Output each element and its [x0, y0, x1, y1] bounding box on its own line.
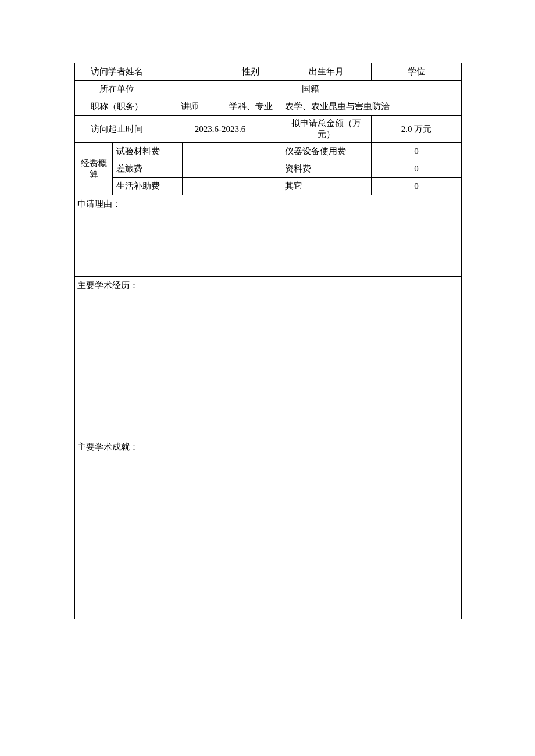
label-subject-major: 学科、专业: [220, 98, 281, 116]
label-equipment-fee: 仪器设备使用费: [281, 143, 372, 160]
row-history: 主要学术经历：: [75, 277, 462, 438]
label-document-fee: 资料费: [281, 160, 372, 178]
label-title-position: 职称（职务）: [75, 98, 159, 116]
row-6: 差旅费 资料费 0: [75, 160, 462, 178]
row-7: 生活补助费 其它 0: [75, 178, 462, 195]
value-living-subsidy: [183, 178, 281, 195]
value-visitor-name: [159, 63, 220, 81]
value-title-position: 讲师: [159, 98, 220, 116]
value-travel-fee: [183, 160, 281, 178]
row-1: 访问学者姓名 性别 出生年月 学位: [75, 63, 462, 81]
label-nationality: 国籍: [159, 81, 462, 98]
label-visit-period: 访问起止时间: [75, 116, 159, 143]
section-academic-history: 主要学术经历：: [75, 277, 462, 438]
row-4: 访问起止时间 2023.6-2023.6 拟申请总金额（万元） 2.0 万元: [75, 116, 462, 143]
row-3: 职称（职务） 讲师 学科、专业 农学、农业昆虫与害虫防治: [75, 98, 462, 116]
label-academic-history: 主要学术经历：: [77, 281, 138, 290]
row-2: 所在单位 国籍: [75, 81, 462, 98]
section-academic-achievements: 主要学术成就：: [75, 438, 462, 619]
label-academic-achievements: 主要学术成就：: [77, 442, 138, 452]
section-application-reason: 申请理由：: [75, 195, 462, 277]
value-document-fee: 0: [372, 160, 462, 178]
row-5: 经费概算 试验材料费 仪器设备使用费 0: [75, 143, 462, 160]
label-total-amount: 拟申请总金额（万元）: [281, 116, 372, 143]
value-equipment-fee: 0: [372, 143, 462, 160]
value-material-fee: [183, 143, 281, 160]
label-material-fee: 试验材料费: [113, 143, 183, 160]
label-visitor-name: 访问学者姓名: [75, 63, 159, 81]
value-subject-major: 农学、农业昆虫与害虫防治: [281, 98, 462, 116]
label-other: 其它: [281, 178, 372, 195]
label-travel-fee: 差旅费: [113, 160, 183, 178]
value-visit-period: 2023.6-2023.6: [159, 116, 281, 143]
value-other: 0: [372, 178, 462, 195]
label-affiliation: 所在单位: [75, 81, 159, 98]
row-achievements: 主要学术成就：: [75, 438, 462, 619]
application-form-table: 访问学者姓名 性别 出生年月 学位 所在单位 国籍 职称（职务） 讲师 学科、专…: [74, 63, 462, 619]
label-degree: 学位: [372, 63, 462, 81]
value-total-amount: 2.0 万元: [372, 116, 462, 143]
label-birth-date: 出生年月: [281, 63, 372, 81]
label-gender: 性别: [220, 63, 281, 81]
label-living-subsidy: 生活补助费: [113, 178, 183, 195]
label-budget-estimate: 经费概算: [75, 143, 113, 195]
label-application-reason: 申请理由：: [77, 199, 121, 209]
row-reason: 申请理由：: [75, 195, 462, 277]
